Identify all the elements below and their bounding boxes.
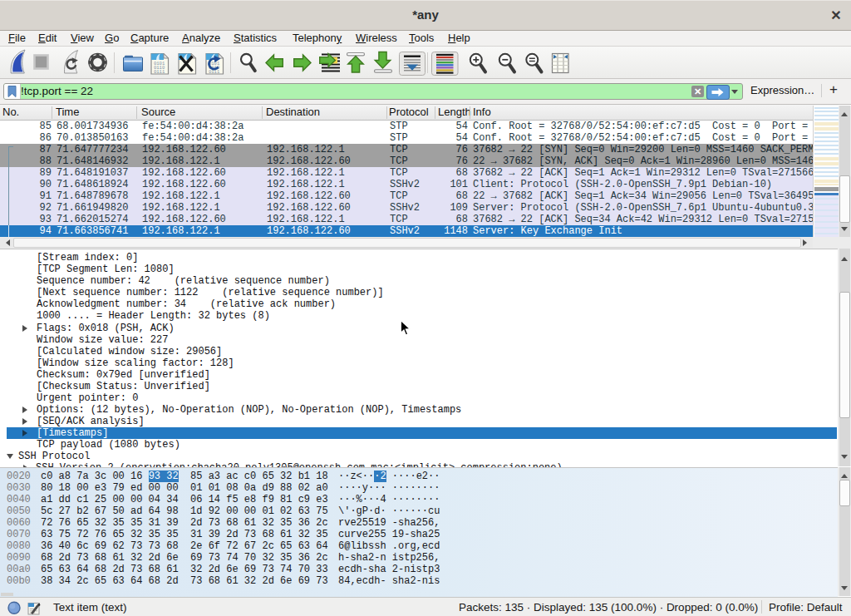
svg-text:0111: 0111 bbox=[154, 69, 165, 75]
